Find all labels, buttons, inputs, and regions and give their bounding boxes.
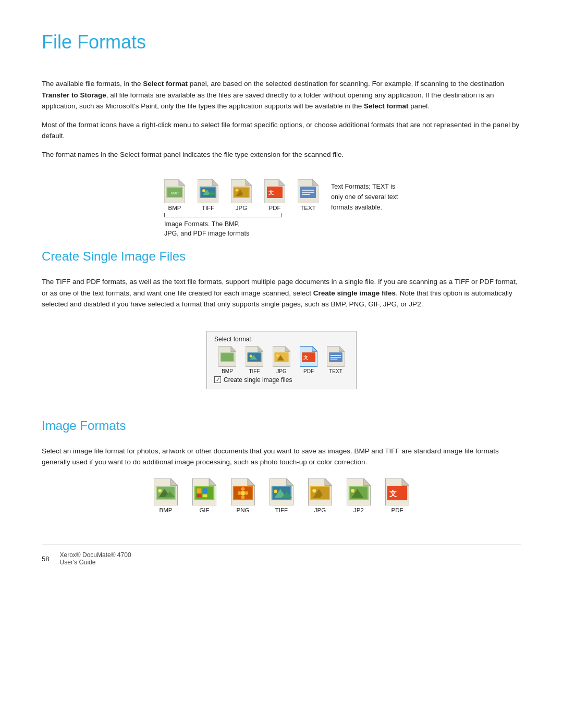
svg-rect-65 xyxy=(197,488,201,493)
create-single-title: Create Single Image Files xyxy=(42,249,521,264)
svg-text:BMP: BMP xyxy=(170,191,179,195)
svg-marker-99 xyxy=(402,478,409,486)
create-single-checkbox[interactable]: ✓ xyxy=(214,376,221,383)
footer-product: Xerox® DocuMate® 4700 xyxy=(59,551,131,559)
format-icon-text: TEXT xyxy=(292,179,324,211)
svg-marker-49 xyxy=(339,346,345,351)
svg-marker-20 xyxy=(279,179,285,186)
image-formats-para: Select an image file format for photos, … xyxy=(42,446,521,468)
select-format-panel: Select format: BMP xyxy=(206,331,357,389)
sf-icon-bmp: BMP xyxy=(214,346,240,374)
format-icon-pdf: 文 PDF xyxy=(259,179,290,211)
image-formats-section: Image Formats Select an image file forma… xyxy=(42,418,521,513)
create-single-checkbox-label: Create single image files xyxy=(224,376,292,384)
format-icon-jpg: JPG xyxy=(226,179,257,211)
svg-marker-70 xyxy=(248,478,255,486)
create-single-checkbox-row: ✓ Create single image files xyxy=(214,376,292,384)
svg-text:文: 文 xyxy=(268,190,274,195)
svg-rect-32 xyxy=(221,353,234,361)
img-icon-bmp: BMP xyxy=(149,478,182,513)
svg-rect-67 xyxy=(197,495,201,498)
svg-marker-13 xyxy=(246,179,252,186)
image-format-icons-row: BMP GIF xyxy=(42,478,521,513)
svg-text:文: 文 xyxy=(389,489,397,498)
svg-marker-45 xyxy=(312,346,317,351)
svg-point-58 xyxy=(158,489,162,492)
svg-point-91 xyxy=(312,489,316,492)
svg-point-75 xyxy=(241,496,245,499)
image-format-note: Image Formats. The BMP,JPG, and PDF imag… xyxy=(164,219,249,239)
svg-rect-66 xyxy=(203,488,207,493)
format-icon-tiff: TIFF xyxy=(192,179,224,211)
intro-section: The available file formats, in the Selec… xyxy=(42,78,521,161)
svg-marker-93 xyxy=(363,478,371,486)
svg-marker-86 xyxy=(325,478,332,486)
sf-icon-jpg: JPG xyxy=(268,346,295,374)
select-format-diagram: Select format: BMP xyxy=(42,320,521,400)
image-formats-title: Image Formats xyxy=(42,418,521,433)
svg-marker-1 xyxy=(179,179,185,186)
svg-point-18 xyxy=(236,189,238,191)
svg-rect-68 xyxy=(203,495,207,498)
sf-icon-text: TEXT xyxy=(323,346,349,374)
svg-marker-34 xyxy=(258,346,263,351)
svg-point-84 xyxy=(274,490,277,493)
footer-guide: User's Guide xyxy=(59,559,131,566)
svg-point-74 xyxy=(241,487,245,491)
img-icon-jp2: JP2 xyxy=(342,478,375,513)
svg-marker-55 xyxy=(170,478,178,486)
intro-para-3: The format names in the Select format pa… xyxy=(42,149,521,161)
select-format-icons: BMP TIFF xyxy=(214,346,349,374)
intro-para-1: The available file formats, in the Selec… xyxy=(42,78,521,112)
format-icons-row: BMP BMP xyxy=(159,179,324,211)
format-diagram: BMP BMP xyxy=(42,179,521,239)
svg-point-77 xyxy=(244,491,248,495)
svg-marker-30 xyxy=(231,346,236,351)
svg-marker-6 xyxy=(212,179,218,186)
img-icon-pdf: 文 PDF xyxy=(381,478,414,513)
svg-marker-79 xyxy=(286,478,293,486)
create-single-para: The TIFF and PDF formats, as well as the… xyxy=(42,276,521,310)
img-icon-gif: GIF xyxy=(188,478,221,513)
svg-point-73 xyxy=(240,491,245,496)
svg-point-11 xyxy=(202,189,205,192)
img-icon-tiff: TIFF xyxy=(265,478,298,513)
svg-point-76 xyxy=(238,491,241,495)
svg-point-97 xyxy=(351,489,354,492)
img-icon-png: PNG xyxy=(226,478,260,513)
svg-marker-24 xyxy=(312,179,319,186)
svg-text:文: 文 xyxy=(303,355,308,360)
select-format-label: Select format: xyxy=(214,336,253,343)
footer-page-number: 58 xyxy=(42,555,49,563)
sf-icon-tiff: TIFF xyxy=(241,346,267,374)
svg-marker-40 xyxy=(285,346,290,351)
format-icon-bmp: BMP BMP xyxy=(159,179,190,211)
svg-point-38 xyxy=(250,354,252,357)
img-icon-jpg: JPG xyxy=(303,478,337,513)
intro-para-2: Most of the format icons have a right-cl… xyxy=(42,119,521,142)
create-single-section: Create Single Image Files The TIFF and P… xyxy=(42,249,521,400)
svg-point-43 xyxy=(276,354,278,356)
text-format-note: Text Formats; TEXT is only one of severa… xyxy=(331,179,404,213)
sf-icon-pdf: 文 PDF xyxy=(296,346,322,374)
svg-marker-62 xyxy=(209,478,216,486)
footer: 58 Xerox® DocuMate® 4700 User's Guide xyxy=(42,545,521,566)
page-title: File Formats xyxy=(42,31,521,53)
